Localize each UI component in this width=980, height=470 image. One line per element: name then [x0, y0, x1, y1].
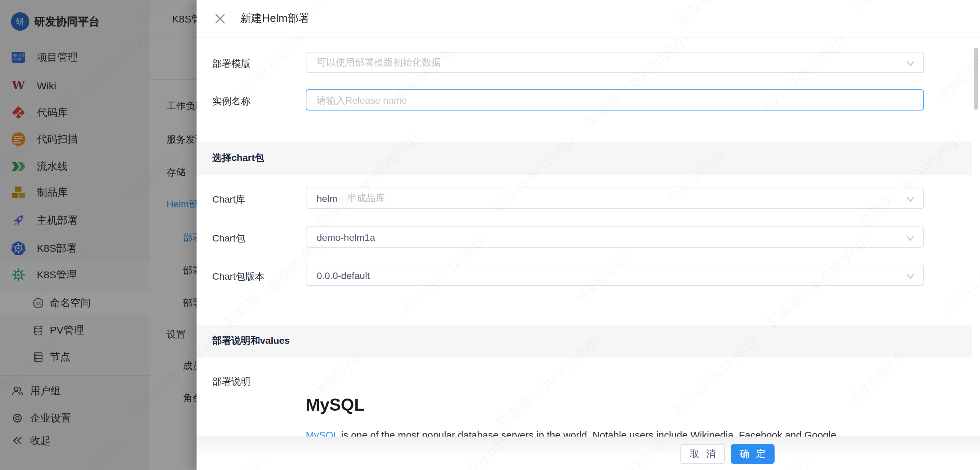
deploy-desc-label: 部署说明: [212, 376, 250, 388]
drawer-scrollbar-thumb[interactable]: [974, 48, 978, 110]
drawer-footer: 取 消 确 定: [197, 437, 980, 470]
chart-repo-select[interactable]: helm 半成品库: [306, 187, 924, 209]
section-band-desc-values: 部署说明和values: [197, 325, 972, 357]
section-band-select-chart: 选择chart包: [197, 142, 972, 175]
chart-repo-suffix: 半成品库: [347, 192, 385, 204]
close-icon[interactable]: [214, 13, 226, 25]
chart-repo-label: Chart库: [212, 194, 245, 206]
section-title-desc-values: 部署说明和values: [212, 325, 290, 357]
release-name-input[interactable]: [306, 89, 924, 111]
release-name-label: 实例名称: [212, 95, 250, 108]
app-root: 研 研发协同平台 项目管理WWiki代码库代码扫描流水线制品库主机部署K8S部署…: [0, 0, 980, 470]
chevron-down-icon: [905, 233, 915, 245]
deploy-template-label: 部署模版: [212, 58, 250, 70]
chart-version-select[interactable]: 0.0.0-default: [306, 265, 924, 286]
chart-package-label: Chart包: [212, 233, 245, 245]
chart-repo-value: helm: [317, 193, 337, 203]
chevron-down-icon: [905, 194, 915, 206]
chart-package-select[interactable]: demo-helm1a: [306, 227, 924, 248]
modal-backdrop: [0, 0, 197, 470]
chart-package-value: demo-helm1a: [317, 232, 375, 243]
new-helm-deploy-drawer: 新建Helm部署 部署模版 可以使用部署模版初始化数据 实例名称 选择chart…: [197, 0, 980, 470]
chevron-down-icon: [905, 59, 915, 70]
cancel-button[interactable]: 取 消: [680, 444, 725, 464]
section-title-select-chart: 选择chart包: [212, 142, 264, 175]
chart-version-label: Chart包版本: [212, 271, 264, 283]
chart-version-value: 0.0.0-default: [317, 270, 370, 281]
drawer-title: 新建Helm部署: [240, 0, 310, 38]
drawer-header: 新建Helm部署: [197, 0, 980, 38]
doc-heading: MySQL: [306, 395, 364, 415]
chevron-down-icon: [905, 272, 915, 283]
deploy-template-select[interactable]: 可以使用部署模版初始化数据: [306, 52, 924, 73]
confirm-button[interactable]: 确 定: [731, 444, 775, 464]
deploy-template-placeholder: 可以使用部署模版初始化数据: [317, 56, 441, 68]
